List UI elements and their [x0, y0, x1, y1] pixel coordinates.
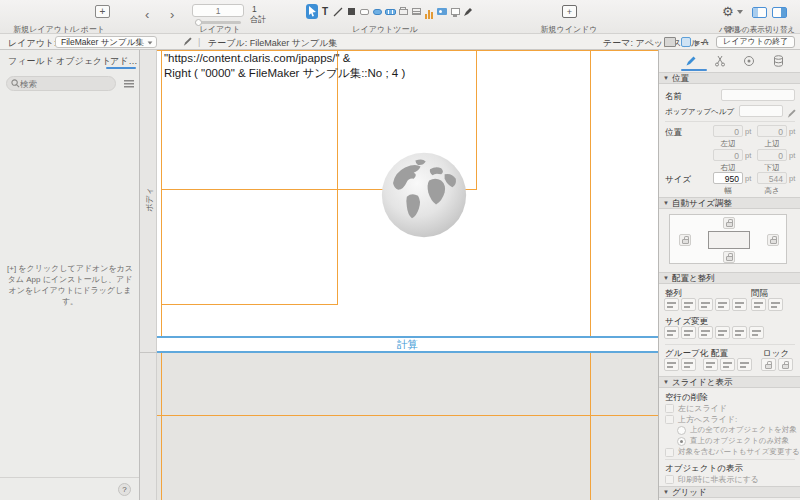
pos-right-field[interactable]: 0: [713, 149, 743, 161]
position-label: 位置: [665, 127, 682, 139]
resize-smallest-width-button[interactable]: [664, 326, 679, 339]
section-header-arrange[interactable]: ▼配置と整列: [659, 272, 800, 284]
globe-image-object[interactable]: [381, 152, 467, 238]
space-vertical-button[interactable]: [768, 298, 783, 311]
resize-largest-height-button[interactable]: [715, 326, 730, 339]
slide-direct-object-radio[interactable]: 直上のオブジェクトのみ対象: [677, 436, 789, 446]
width-field[interactable]: 950: [713, 172, 743, 184]
field-picker-tool[interactable]: [462, 4, 474, 19]
section-header-grid[interactable]: ▼グリッド: [659, 486, 800, 498]
group-button[interactable]: [664, 358, 679, 371]
lock-icon: [726, 256, 733, 261]
slide-up-checkbox[interactable]: 上方へスライド:: [665, 414, 737, 425]
align-middle-button[interactable]: [732, 298, 747, 311]
button-bar-tool[interactable]: [384, 4, 396, 19]
plus-icon: +: [95, 5, 110, 18]
shape-tool[interactable]: [345, 4, 357, 19]
anchor-bottom-button[interactable]: [723, 251, 735, 263]
resize-both-small-button[interactable]: [732, 326, 747, 339]
select-tool[interactable]: [306, 4, 318, 19]
lock-button[interactable]: [761, 358, 776, 371]
toggle-left-panel-button[interactable]: [752, 7, 767, 18]
database-icon: [773, 55, 784, 67]
manage-button[interactable]: ⚙: [722, 5, 743, 18]
align-center-button[interactable]: [681, 298, 696, 311]
edit-box-tool[interactable]: [358, 4, 370, 19]
next-layout-button[interactable]: ›: [170, 8, 174, 21]
layout-number-field[interactable]: 1: [192, 4, 244, 17]
search-field[interactable]: [6, 76, 116, 91]
web-viewer-formula-object[interactable]: "https://content.claris.com/jpapps/" & R…: [164, 51, 405, 81]
slide-all-objects-radio[interactable]: 上の全てのオブジェクトを対象: [677, 425, 797, 435]
tab-objects[interactable]: オブジェクト: [56, 55, 111, 68]
text-format-icon[interactable]: A: [702, 37, 709, 47]
bring-front-button[interactable]: [703, 358, 718, 371]
tooltip-field[interactable]: [739, 105, 783, 117]
tooltip-label: ポップアップヘルプ: [665, 107, 734, 117]
calculation-field-object[interactable]: 計算: [157, 336, 658, 353]
text-tool[interactable]: T: [319, 4, 331, 19]
unlock-button[interactable]: [778, 358, 793, 371]
pencil-icon: [685, 55, 697, 67]
unit-label: pt: [789, 127, 795, 136]
resize-both-large-button[interactable]: [749, 326, 764, 339]
section-header-sliding[interactable]: ▼スライドと表示: [659, 376, 800, 388]
align-top-button[interactable]: [715, 298, 730, 311]
line-tool[interactable]: [332, 4, 344, 19]
chevron-left-icon: ‹: [145, 8, 149, 21]
chart-tool[interactable]: [423, 4, 435, 19]
resize-largest-width-button[interactable]: [681, 326, 696, 339]
button-tool[interactable]: [371, 4, 383, 19]
prev-layout-button[interactable]: ‹: [145, 8, 149, 21]
style-swatch-icon[interactable]: [681, 37, 691, 47]
edit-layout-icon[interactable]: [182, 36, 193, 49]
exit-layout-button[interactable]: レイアウトの終了: [716, 36, 795, 48]
section-header-position[interactable]: ▼位置: [659, 72, 800, 84]
anchor-top-button[interactable]: [723, 217, 735, 229]
hide-when-printing-checkbox[interactable]: 印刷時に非表示にする: [665, 474, 759, 485]
toggle-right-panel-button[interactable]: [772, 7, 787, 18]
list-view-icon[interactable]: [124, 80, 134, 88]
globe-icon: [381, 152, 467, 238]
theme-picker-icon[interactable]: [664, 37, 676, 47]
gray-part-upper: [157, 353, 658, 415]
popover-tool[interactable]: [449, 4, 461, 19]
send-backward-button[interactable]: [737, 358, 752, 371]
layout-canvas[interactable]: "https://content.claris.com/jpapps/" & R…: [157, 50, 658, 500]
chevron-down-icon[interactable]: [694, 41, 700, 45]
body-part-label[interactable]: ボディ: [144, 185, 155, 215]
tab-control-tool[interactable]: [397, 4, 409, 19]
search-input[interactable]: [20, 79, 108, 89]
inspector-tab-position[interactable]: [683, 53, 699, 68]
section-header-autosize[interactable]: ▼自動サイズ調整: [659, 197, 800, 209]
pos-bottom-field[interactable]: 0: [757, 149, 787, 161]
name-field[interactable]: [721, 89, 795, 101]
resize-enclosing-checkbox[interactable]: 対象を含むパートもサイズ変更する: [665, 447, 800, 457]
inspector-tab-appearance[interactable]: [712, 53, 728, 68]
layout-selector[interactable]: FileMaker サンプル集: [55, 36, 157, 48]
align-left-button[interactable]: [664, 298, 679, 311]
object-boundary-rect-tall[interactable]: [161, 50, 338, 305]
resize-smallest-height-button[interactable]: [698, 326, 713, 339]
ungroup-button[interactable]: [681, 358, 696, 371]
new-window-button[interactable]: +: [562, 5, 577, 18]
tab-fields[interactable]: フィールド: [8, 55, 54, 68]
bring-forward-button[interactable]: [720, 358, 735, 371]
align-buttons: [664, 298, 747, 311]
slide-left-checkbox[interactable]: 左にスライド: [665, 403, 727, 414]
inspector-tab-style[interactable]: [741, 53, 757, 68]
media-tool[interactable]: [436, 4, 448, 19]
unlock-icon: [782, 364, 789, 369]
height-field[interactable]: 544: [757, 172, 787, 184]
anchor-left-button[interactable]: [679, 234, 691, 246]
inspector-tab-data[interactable]: [770, 53, 786, 68]
anchor-right-button[interactable]: [767, 234, 779, 246]
help-button[interactable]: ?: [118, 483, 131, 496]
space-horizontal-button[interactable]: [751, 298, 766, 311]
portal-tool[interactable]: [410, 4, 422, 19]
new-layout-button[interactable]: +: [95, 5, 110, 18]
pos-left-field[interactable]: 0: [713, 125, 743, 137]
pos-top-field[interactable]: 0: [757, 125, 787, 137]
align-right-button[interactable]: [698, 298, 713, 311]
search-icon: [11, 79, 20, 88]
